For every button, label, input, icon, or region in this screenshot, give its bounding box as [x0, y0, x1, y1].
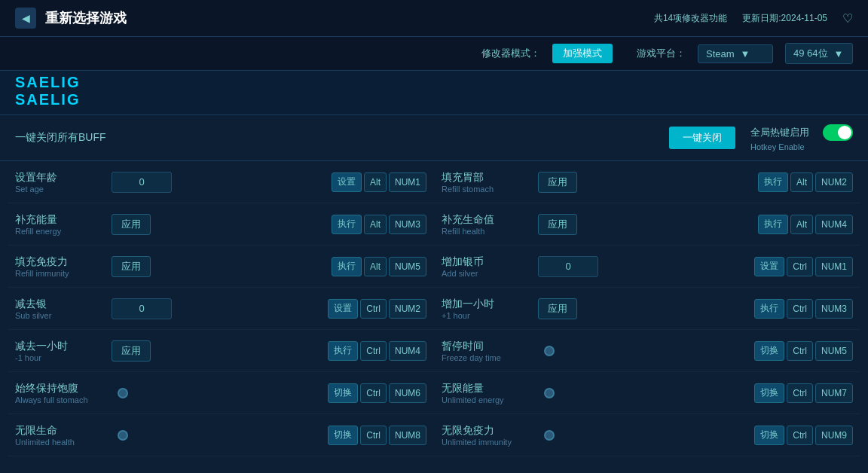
top-controls: 修改器模式： 加强模式 游戏平台： Steam ▼ 49 64位 ▼ — [0, 37, 868, 71]
hotkey-enable-toggle[interactable] — [823, 124, 853, 141]
modifier-name-en: Refill stomach — [442, 185, 532, 194]
modifier-name: 填充免疫力 — [15, 255, 105, 269]
refill-immunity-exec-button[interactable]: 执行 — [332, 257, 362, 276]
total-mods-label: 共14项修改器功能 — [654, 12, 727, 25]
hotkey-enable-sublabel: Hotkey Enable — [750, 142, 805, 151]
refill-immunity-apply-button[interactable]: 应用 — [112, 256, 151, 277]
refill-immunity-num5-key[interactable]: NUM5 — [389, 257, 426, 276]
version-select[interactable]: 49 64位 ▼ — [785, 43, 853, 64]
modifier-unlimited-immunity: 无限免疫力 Unlimited immunity 切换 Ctrl NUM9 — [434, 414, 860, 456]
unlimited-health-toggle-button[interactable]: 切换 — [328, 426, 358, 445]
one-key-button[interactable]: 一键关闭 — [669, 127, 735, 149]
chevron-down-icon: ▼ — [741, 48, 750, 60]
unlimited-energy-toggle-button[interactable]: 切换 — [754, 383, 784, 403]
one-key-section: 一键关闭所有BUFF 一键关闭 全局热键启用 Hotkey Enable — [0, 115, 868, 161]
refill-immunity-alt-key[interactable]: Alt — [364, 257, 387, 276]
unlimited-health-ctrl-key[interactable]: Ctrl — [360, 426, 387, 445]
unlimited-health-toggle[interactable] — [118, 430, 128, 441]
refill-health-num4-key[interactable]: NUM4 — [815, 215, 853, 234]
add-hour-apply-button[interactable]: 应用 — [538, 298, 577, 319]
freeze-time-hotkey-group: 切换 Ctrl NUM5 — [754, 341, 853, 361]
modifier-refill-health: 补充生命值 Refill health 应用 执行 Alt NUM4 — [434, 203, 860, 246]
add-hour-ctrl-key[interactable]: Ctrl — [787, 299, 813, 319]
add-hour-num3-key[interactable]: NUM3 — [815, 299, 853, 319]
platform-select[interactable]: Steam ▼ — [698, 44, 773, 63]
add-silver-num1-key[interactable]: NUM1 — [815, 257, 853, 276]
modifier-name: 无限能量 — [442, 382, 532, 395]
modifier-name: 补充生命值 — [442, 213, 532, 227]
favorite-icon[interactable]: ♡ — [842, 11, 853, 26]
always-full-stomach-toggle-button[interactable]: 切换 — [328, 383, 358, 403]
one-key-label: 一键关闭所有BUFF — [15, 131, 669, 145]
refill-energy-alt-key[interactable]: Alt — [364, 215, 387, 234]
page-title: 重新选择游戏 — [45, 9, 127, 27]
refill-stomach-num2-key[interactable]: NUM2 — [815, 172, 853, 192]
modifier-name: 减去银 — [15, 298, 105, 311]
unlimited-immunity-ctrl-key[interactable]: Ctrl — [787, 426, 813, 445]
set-age-alt-key[interactable]: Alt — [364, 172, 387, 192]
refill-health-hotkey-group: 执行 Alt NUM4 — [758, 215, 853, 234]
sub-hour-num4-key[interactable]: NUM4 — [389, 341, 426, 361]
header: ◀ 重新选择游戏 共14项修改器功能 更新日期:2024-11-05 ♡ — [0, 0, 868, 37]
modifier-name: 填充胃部 — [442, 171, 532, 185]
freeze-time-ctrl-key[interactable]: Ctrl — [787, 341, 813, 361]
refill-energy-apply-button[interactable]: 应用 — [112, 214, 151, 235]
modifier-unlimited-energy: 无限能量 Unlimited energy 切换 Ctrl NUM7 — [434, 372, 860, 414]
refill-health-apply-button[interactable]: 应用 — [538, 214, 577, 235]
modifier-refill-immunity: 填充免疫力 Refill immunity 应用 执行 Alt NUM5 — [8, 246, 434, 288]
modifier-name: 无限生命 — [15, 424, 105, 438]
freeze-time-num5-key[interactable]: NUM5 — [815, 341, 853, 361]
always-full-stomach-num6-key[interactable]: NUM6 — [389, 383, 426, 403]
modifier-name-en: Unlimited immunity — [442, 438, 532, 447]
modifier-name: 补充能量 — [15, 213, 105, 227]
hotkey-enable-label: 全局热键启用 — [750, 126, 809, 139]
sub-silver-input[interactable] — [112, 298, 172, 319]
refill-energy-num3-key[interactable]: NUM3 — [389, 215, 426, 234]
sub-silver-num2-key[interactable]: NUM2 — [389, 299, 426, 319]
back-button[interactable]: ◀ — [15, 8, 36, 29]
add-silver-set-button[interactable]: 设置 — [754, 257, 784, 276]
refill-health-exec-button[interactable]: 执行 — [758, 215, 788, 234]
mode-button[interactable]: 加强模式 — [552, 44, 613, 63]
sub-hour-ctrl-key[interactable]: Ctrl — [360, 341, 387, 361]
sub-silver-ctrl-key[interactable]: Ctrl — [360, 299, 387, 319]
game-titles: SAELIG SAELIG — [0, 71, 868, 115]
unlimited-energy-num7-key[interactable]: NUM7 — [815, 383, 853, 403]
update-date-label: 更新日期:2024-11-05 — [742, 12, 827, 25]
sub-hour-exec-button[interactable]: 执行 — [328, 341, 358, 361]
add-hour-exec-button[interactable]: 执行 — [754, 299, 784, 319]
sub-silver-set-button[interactable]: 设置 — [328, 299, 358, 319]
refill-stomach-alt-key[interactable]: Alt — [790, 172, 813, 192]
set-age-input[interactable] — [112, 172, 172, 193]
freeze-time-toggle-button[interactable]: 切换 — [754, 341, 784, 361]
modifier-always-full-stomach: 始终保持饱腹 Always full stomach 切换 Ctrl NUM6 — [8, 372, 434, 414]
modifier-name-en: Refill health — [442, 227, 532, 236]
always-full-stomach-toggle[interactable] — [118, 388, 128, 398]
header-meta: 共14项修改器功能 更新日期:2024-11-05 ♡ — [654, 11, 853, 26]
unlimited-health-num8-key[interactable]: NUM8 — [389, 426, 426, 445]
modifier-sub-hour: 减去一小时 -1 hour 应用 执行 Ctrl NUM4 — [8, 330, 434, 372]
refill-stomach-exec-button[interactable]: 执行 — [758, 172, 788, 192]
modifier-add-silver: 增加银币 Add silver 设置 Ctrl NUM1 — [434, 246, 860, 288]
unlimited-energy-ctrl-key[interactable]: Ctrl — [787, 383, 813, 403]
refill-energy-exec-button[interactable]: 执行 — [332, 215, 362, 234]
add-hour-hotkey-group: 执行 Ctrl NUM3 — [754, 299, 853, 319]
unlimited-immunity-toggle-button[interactable]: 切换 — [754, 426, 784, 445]
unlimited-immunity-num9-key[interactable]: NUM9 — [815, 426, 853, 445]
unlimited-immunity-toggle[interactable] — [544, 430, 555, 441]
modifier-name-en: +1 hour — [442, 311, 532, 320]
refill-stomach-apply-button[interactable]: 应用 — [538, 172, 577, 193]
modifier-name: 增加一小时 — [442, 298, 532, 311]
set-age-num1-key[interactable]: NUM1 — [389, 172, 426, 192]
modifier-set-age: 设置年龄 Set age 设置 Alt NUM1 — [8, 161, 434, 203]
freeze-time-toggle[interactable] — [544, 346, 555, 356]
sub-hour-apply-button[interactable]: 应用 — [112, 340, 151, 362]
sub-hour-hotkey-group: 执行 Ctrl NUM4 — [328, 341, 426, 361]
add-silver-input[interactable] — [538, 256, 598, 277]
platform-label: 游戏平台： — [637, 47, 686, 60]
set-age-set-button[interactable]: 设置 — [332, 172, 362, 192]
unlimited-energy-toggle[interactable] — [544, 388, 555, 398]
refill-health-alt-key[interactable]: Alt — [790, 215, 813, 234]
add-silver-ctrl-key[interactable]: Ctrl — [787, 257, 813, 276]
always-full-stomach-ctrl-key[interactable]: Ctrl — [360, 383, 387, 403]
